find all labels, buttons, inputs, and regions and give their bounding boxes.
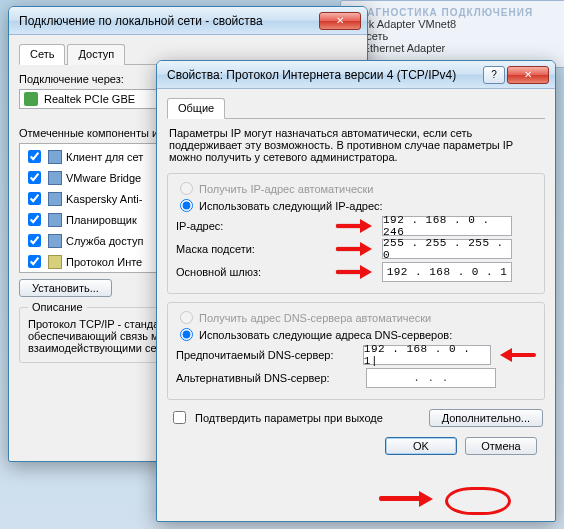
bg-window-line: al Ethernet Adapter — [351, 42, 559, 54]
annotation-arrow-icon — [379, 491, 439, 507]
radio-label: Использовать следующие адреса DNS-сервер… — [199, 329, 452, 341]
component-label: Клиент для сет — [66, 151, 143, 163]
radio-dns-manual[interactable]: Использовать следующие адреса DNS-сервер… — [180, 328, 536, 341]
ipv4-intro-text: Параметры IP могут назначаться автоматич… — [169, 127, 543, 163]
component-checkbox[interactable] — [28, 171, 41, 184]
radio-ip-manual-input[interactable] — [180, 199, 193, 212]
protocol-icon — [48, 255, 62, 269]
component-label: VMware Bridge — [66, 172, 141, 184]
tab-general[interactable]: Общие — [167, 98, 225, 119]
component-checkbox[interactable] — [28, 150, 41, 163]
lan-window-title: Подключение по локальной сети - свойства — [19, 14, 319, 28]
component-checkbox[interactable] — [28, 213, 41, 226]
component-label: Протокол Инте — [66, 256, 142, 268]
annotation-arrow-icon — [336, 242, 376, 256]
service-icon — [48, 234, 62, 248]
bg-window-line: work Adapter VMnet8 — [351, 18, 559, 30]
component-label: Планировщик — [66, 214, 137, 226]
ip-address-field[interactable]: 192 . 168 . 0 . 246 — [382, 216, 512, 236]
radio-label: Получить IP-адрес автоматически — [199, 183, 373, 195]
radio-dns-auto[interactable]: Получить адрес DNS-сервера автоматически — [180, 311, 536, 324]
preferred-dns-field[interactable]: 192 . 168 . 0 . 1| — [363, 345, 491, 365]
radio-ip-auto[interactable]: Получить IP-адрес автоматически — [180, 182, 536, 195]
bg-window-line: ая сеть — [351, 30, 559, 42]
ipv4-window-title: Свойства: Протокол Интернета версии 4 (T… — [167, 68, 483, 82]
lan-titlebar[interactable]: Подключение по локальной сети - свойства… — [9, 7, 367, 35]
annotation-arrow-icon — [336, 265, 376, 279]
component-label: Служба доступ — [66, 235, 143, 247]
annotation-circle-icon — [445, 487, 511, 515]
label-gateway: Основной шлюз: — [176, 266, 336, 278]
label-dns1: Предпочитаемый DNS-сервер: — [176, 349, 363, 361]
radio-dns-manual-input[interactable] — [180, 328, 193, 341]
checkbox-label: Подтвердить параметры при выходе — [195, 412, 383, 424]
adapter-name: Realtek PCIe GBE — [44, 93, 135, 105]
validate-on-exit-checkbox[interactable]: Подтвердить параметры при выходе — [169, 408, 383, 427]
subnet-mask-field[interactable]: 255 . 255 . 255 . 0 — [382, 239, 512, 259]
nic-icon — [24, 92, 38, 106]
background-diagnostics-window: диагностика подключения work Adapter VMn… — [340, 0, 564, 68]
help-icon[interactable]: ? — [483, 66, 505, 84]
close-icon[interactable]: ✕ — [319, 12, 361, 30]
component-label: Kaspersky Anti- — [66, 193, 142, 205]
component-checkbox[interactable] — [28, 255, 41, 268]
radio-label: Получить адрес DNS-сервера автоматически — [199, 312, 431, 324]
label-ip: IP-адрес: — [176, 220, 336, 232]
gateway-field[interactable]: 192 . 168 . 0 . 1 — [382, 262, 512, 282]
radio-dns-auto-input[interactable] — [180, 311, 193, 324]
tab-access[interactable]: Доступ — [67, 44, 125, 65]
ipv4-properties-window: Свойства: Протокол Интернета версии 4 (T… — [156, 60, 556, 522]
close-icon[interactable]: ✕ — [507, 66, 549, 84]
description-legend: Описание — [28, 301, 87, 313]
advanced-button[interactable]: Дополнительно... — [429, 409, 543, 427]
service-icon — [48, 213, 62, 227]
tab-network[interactable]: Сеть — [19, 44, 65, 65]
validate-checkbox-input[interactable] — [173, 411, 186, 424]
install-button[interactable]: Установить... — [19, 279, 112, 297]
ipv4-titlebar[interactable]: Свойства: Протокол Интернета версии 4 (T… — [157, 61, 555, 89]
bg-window-header: диагностика подключения — [351, 7, 559, 18]
annotation-arrow-icon — [336, 219, 376, 233]
alternate-dns-field[interactable]: . . . — [366, 368, 496, 388]
label-dns2: Альтернативный DNS-сервер: — [176, 372, 366, 384]
radio-label: Использовать следующий IP-адрес: — [199, 200, 383, 212]
label-mask: Маска подсети: — [176, 243, 336, 255]
radio-ip-manual[interactable]: Использовать следующий IP-адрес: — [180, 199, 536, 212]
annotation-arrow-icon — [497, 348, 536, 362]
cancel-button[interactable]: Отмена — [465, 437, 537, 455]
ok-button[interactable]: OK — [385, 437, 457, 455]
component-checkbox[interactable] — [28, 192, 41, 205]
client-icon — [48, 150, 62, 164]
radio-ip-auto-input[interactable] — [180, 182, 193, 195]
service-icon — [48, 171, 62, 185]
component-checkbox[interactable] — [28, 234, 41, 247]
service-icon — [48, 192, 62, 206]
